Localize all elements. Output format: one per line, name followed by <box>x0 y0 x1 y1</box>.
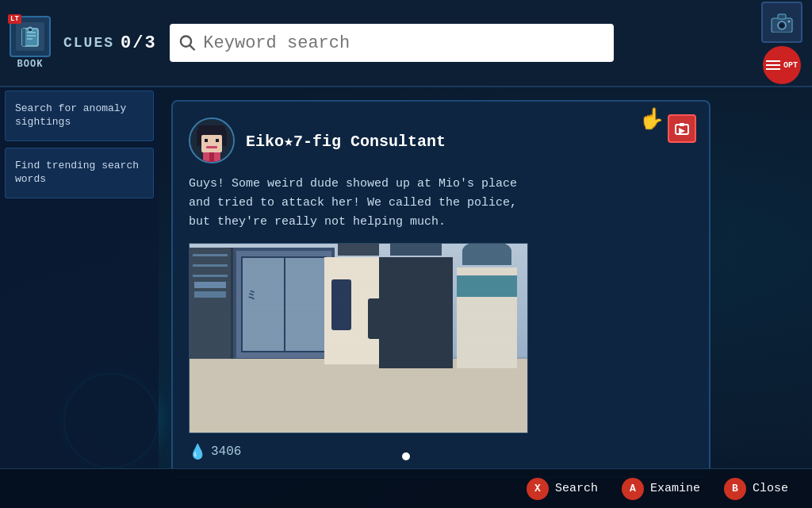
svg-point-10 <box>780 24 784 28</box>
sidebar: Search for anomaly sightings Find trendi… <box>0 87 159 508</box>
a-button-circle: A <box>622 478 644 500</box>
clues-label: CLUES <box>63 35 114 51</box>
svg-rect-20 <box>201 135 222 152</box>
avatar-svg <box>190 119 233 162</box>
examine-nav-label: Examine <box>650 482 700 495</box>
camera-svg <box>770 12 794 33</box>
x-button-label: X <box>534 483 541 495</box>
post-share-icon[interactable] <box>668 114 696 143</box>
top-bar: LT BOOK CLUES 0/3 <box>0 0 812 87</box>
close-nav-label: Close <box>753 482 788 495</box>
post-image: ミ <box>189 243 528 433</box>
sidebar-item-label: Find trending search words <box>15 160 139 185</box>
svg-rect-15 <box>680 123 684 126</box>
svg-rect-25 <box>209 152 214 162</box>
post-username: Eiko★7-fig Consultant <box>246 131 446 151</box>
pixel-scene: ミ <box>190 244 527 433</box>
sidebar-item-label: Search for anomaly sightings <box>15 102 126 128</box>
a-button-label: A <box>630 483 636 495</box>
book-icon-inner <box>16 22 44 51</box>
svg-point-12 <box>788 21 791 23</box>
close-nav-btn[interactable]: B Close <box>724 478 788 500</box>
opt-lines-icon <box>766 60 780 70</box>
opt-button[interactable]: OPT <box>763 46 801 84</box>
like-number: 3406 <box>211 444 241 459</box>
pixel-grain <box>190 244 527 433</box>
opt-label: OPT <box>783 61 798 70</box>
main-area: 👆 <box>159 87 812 508</box>
book-icon-wrap: LT BOOK <box>10 16 51 70</box>
book-label: BOOK <box>17 59 44 70</box>
svg-rect-11 <box>778 14 786 19</box>
fire-icon: 💧 <box>189 443 206 460</box>
sidebar-item-trending[interactable]: Find trending search words <box>5 148 154 198</box>
share-svg-icon <box>674 121 690 136</box>
svg-rect-1 <box>22 29 25 46</box>
clues-count: 0/3 <box>121 33 157 53</box>
svg-rect-18 <box>197 130 201 146</box>
search-icon <box>179 34 196 52</box>
like-count: 💧 3406 <box>189 443 693 460</box>
book-svg-icon <box>19 25 41 48</box>
clues-section: CLUES 0/3 <box>63 33 157 53</box>
lt-badge: LT <box>8 14 21 24</box>
svg-line-7 <box>190 45 193 49</box>
scroll-dot <box>402 452 410 460</box>
svg-marker-14 <box>679 128 685 134</box>
avatar-inner <box>190 119 233 162</box>
search-input[interactable] <box>203 33 603 53</box>
svg-rect-19 <box>222 130 227 146</box>
svg-rect-22 <box>216 139 219 142</box>
sidebar-item-search-anomaly[interactable]: Search for anomaly sightings <box>5 90 154 141</box>
camera-icon <box>761 2 802 43</box>
avatar <box>189 117 235 164</box>
svg-rect-23 <box>206 146 217 148</box>
post-header: Eiko★7-fig Consultant <box>189 117 693 164</box>
search-nav-label: Search <box>555 482 598 495</box>
examine-nav-btn[interactable]: A Examine <box>622 478 700 500</box>
b-button-circle: B <box>724 478 746 500</box>
post-text: Guys! Some weird dude showed up at Mio's… <box>189 175 538 232</box>
svg-rect-21 <box>205 139 208 142</box>
x-button-circle: X <box>527 478 549 500</box>
b-button-label: B <box>732 483 738 495</box>
cursor-icon: 👆 <box>639 106 665 132</box>
search-nav-btn[interactable]: X Search <box>527 478 598 500</box>
search-bar[interactable] <box>170 24 614 62</box>
post-card: 👆 <box>171 100 710 478</box>
bottom-bar: X Search A Examine B Close <box>0 468 812 508</box>
book-icon[interactable]: LT <box>10 16 51 57</box>
